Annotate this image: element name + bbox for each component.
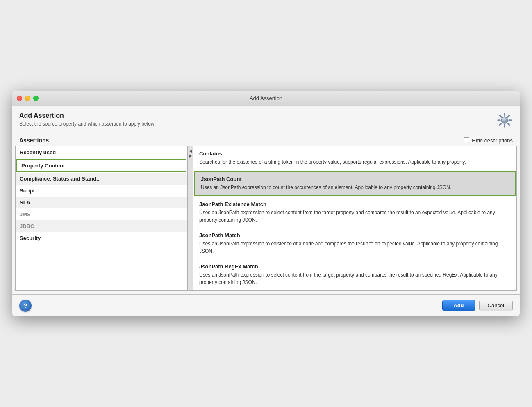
- assertion-item-contains[interactable]: Contains Searches for the existence of a…: [193, 146, 516, 170]
- footer-actions: Add Cancel: [442, 300, 513, 311]
- add-button[interactable]: Add: [442, 300, 475, 311]
- assertions-header: Assertions Hide descriptions: [12, 133, 520, 146]
- svg-line-7: [508, 116, 509, 117]
- assertions-section: Assertions Hide descriptions Recently us…: [12, 133, 520, 294]
- dialog-subtitle: Select the source property and which ass…: [19, 121, 155, 127]
- panel-splitter[interactable]: ◀ ▶: [188, 146, 193, 290]
- dialog-title: Add Assertion: [19, 112, 155, 119]
- category-item-jdbc[interactable]: JDBC: [16, 220, 187, 232]
- assertion-desc-contains: Searches for the existence of a string t…: [199, 158, 511, 166]
- assertion-item-jsonpath-existence-match[interactable]: JsonPath Existence Match Uses an JsonPat…: [193, 197, 516, 228]
- category-item-compliance[interactable]: Compliance, Status and Stand...: [16, 173, 187, 185]
- add-assertion-window: Add Assertion Add Assertion Select the s…: [12, 91, 520, 316]
- help-button[interactable]: ?: [19, 300, 32, 312]
- svg-line-8: [500, 123, 502, 125]
- category-item-security[interactable]: Security: [16, 232, 187, 244]
- category-item-sla[interactable]: SLA: [16, 197, 187, 208]
- category-list: Recently used Property Content Complianc…: [16, 146, 187, 244]
- window-controls: [17, 96, 39, 101]
- minimize-button[interactable]: [25, 96, 30, 101]
- assertion-item-jsonpath-match[interactable]: JsonPath Match Uses an JsonPath expressi…: [193, 228, 516, 259]
- dialog-footer: ? Add Cancel: [12, 294, 520, 316]
- assertion-name-jsonpath-match: JsonPath Match: [199, 232, 511, 238]
- header-text-block: Add Assertion Select the source property…: [19, 112, 155, 127]
- assertion-desc-jsonpath-regex-match: Uses an JsonPath expression to select co…: [199, 271, 511, 286]
- category-item-property-content[interactable]: Property Content: [16, 159, 186, 172]
- hide-descriptions-checkbox[interactable]: [464, 137, 469, 143]
- hide-descriptions-label: Hide descriptions: [472, 137, 513, 144]
- category-item-jms[interactable]: JMS: [16, 208, 187, 220]
- svg-point-0: [501, 117, 508, 123]
- assertion-name-contains: Contains: [199, 151, 511, 157]
- close-button[interactable]: [17, 96, 22, 101]
- category-item-recently-used[interactable]: Recently used: [16, 146, 187, 158]
- assertion-name-jsonpath-existence-match: JsonPath Existence Match: [199, 201, 511, 207]
- cancel-button[interactable]: Cancel: [479, 300, 513, 311]
- assertion-name-jsonpath-count: JsonPath Count: [201, 176, 509, 182]
- right-panel[interactable]: Contains Searches for the existence of a…: [193, 146, 516, 290]
- titlebar: Add Assertion: [12, 91, 520, 106]
- panels-container: Recently used Property Content Complianc…: [15, 146, 517, 291]
- left-panel[interactable]: Recently used Property Content Complianc…: [16, 146, 188, 290]
- assertion-item-jsonpath-count[interactable]: JsonPath Count Uses an JsonPath expressi…: [194, 171, 516, 196]
- svg-line-6: [508, 123, 509, 125]
- assertion-desc-jsonpath-match: Uses an JsonPath expression to existence…: [199, 240, 511, 255]
- dialog-header: Add Assertion Select the source property…: [12, 106, 520, 133]
- assertions-label: Assertions: [19, 137, 49, 144]
- assertion-desc-jsonpath-count: Uses an JsonPath expression to count the…: [201, 184, 509, 191]
- assertion-name-jsonpath-regex-match: JsonPath RegEx Match: [199, 263, 511, 270]
- window-title: Add Assertion: [250, 95, 282, 101]
- assertion-desc-jsonpath-existence-match: Uses an JsonPath expression to select co…: [199, 209, 511, 224]
- category-item-script[interactable]: Script: [16, 185, 187, 197]
- gear-icon: [496, 112, 513, 128]
- svg-line-5: [500, 116, 502, 117]
- maximize-button[interactable]: [33, 96, 39, 101]
- hide-descriptions-container: Hide descriptions: [464, 137, 513, 144]
- arrow-right-icon: ▶: [189, 154, 192, 158]
- assertion-item-jsonpath-regex-match[interactable]: JsonPath RegEx Match Uses an JsonPath ex…: [193, 259, 516, 290]
- arrow-left-icon: ◀: [189, 149, 192, 153]
